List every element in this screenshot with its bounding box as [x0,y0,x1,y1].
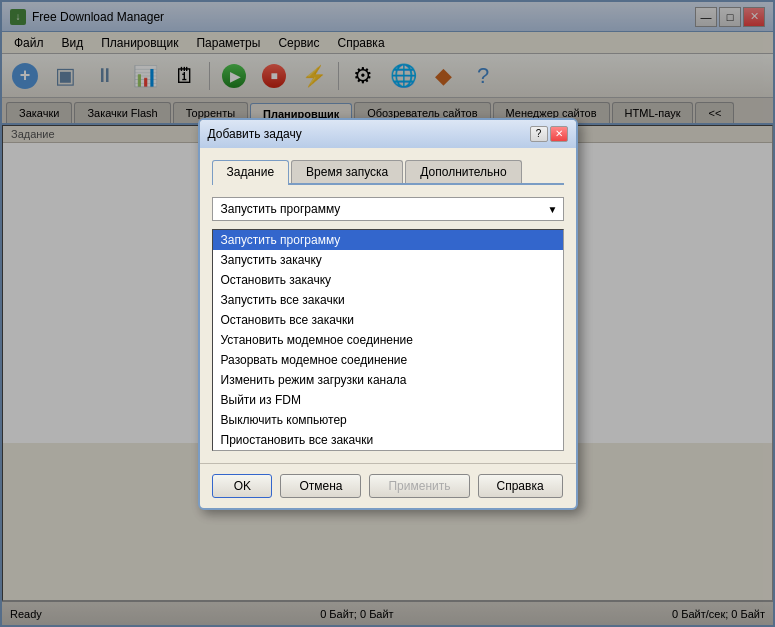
list-item-0[interactable]: Запустить программу [213,230,563,250]
list-item-6[interactable]: Разорвать модемное соединение [213,350,563,370]
list-item-1[interactable]: Запустить закачку [213,250,563,270]
ok-button[interactable]: OK [212,474,272,498]
cancel-button[interactable]: Отмена [280,474,361,498]
list-item-9[interactable]: Выключить компьютер [213,410,563,430]
dialog-title: Добавить задачу [208,127,302,141]
app-window: ↓ Free Download Manager — □ ✕ Файл Вид П… [0,0,775,627]
list-item-3[interactable]: Запустить все закачки [213,290,563,310]
dialog-tab-task[interactable]: Задание [212,160,290,185]
apply-button[interactable]: Применить [369,474,469,498]
list-item-7[interactable]: Изменить режим загрузки канала [213,370,563,390]
list-item-2[interactable]: Остановить закачку [213,270,563,290]
dialog-body: Задание Время запуска Дополнительно Запу… [200,148,576,463]
list-item-8[interactable]: Выйти из FDM [213,390,563,410]
dialog-tab-launch-time[interactable]: Время запуска [291,160,403,183]
task-type-dropdown-container: Запустить программуЗапустить закачкуОста… [212,197,564,221]
dialog-tabs: Задание Время запуска Дополнительно [212,160,564,185]
dialog-help-button[interactable]: ? [530,126,548,142]
dialog-tab-advanced[interactable]: Дополнительно [405,160,521,183]
list-item-4[interactable]: Остановить все закачки [213,310,563,330]
list-item-10[interactable]: Приостановить все закачки [213,430,563,450]
add-task-dialog: Добавить задачу ? ✕ Задание Время запуск… [198,118,578,510]
dialog-title-controls: ? ✕ [530,126,568,142]
dialog-footer: OK Отмена Применить Справка [200,463,576,508]
dialog-close-button[interactable]: ✕ [550,126,568,142]
task-type-listbox[interactable]: Запустить программу Запустить закачку Ос… [212,229,564,451]
dialog-overlay: Добавить задачу ? ✕ Задание Время запуск… [0,0,775,627]
task-type-dropdown[interactable]: Запустить программуЗапустить закачкуОста… [212,197,564,221]
dialog-title-bar: Добавить задачу ? ✕ [200,120,576,148]
list-item-5[interactable]: Установить модемное соединение [213,330,563,350]
help-footer-button[interactable]: Справка [478,474,563,498]
